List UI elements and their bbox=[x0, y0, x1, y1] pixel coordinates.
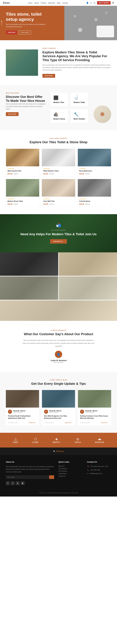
service-card-3[interactable]: 🔧 Work Toolkits bbox=[70, 109, 88, 123]
about-read-more-button[interactable]: READ MORE bbox=[42, 74, 55, 78]
globe-label: GLOBE bbox=[32, 442, 38, 443]
blog-date-0: 02 January 2022 bbox=[8, 422, 18, 424]
linkedin-button[interactable]: in bbox=[16, 481, 20, 485]
product-stars-5: ★★★★★ bbox=[79, 198, 110, 200]
testimonial-tag: Clients Feedback bbox=[6, 330, 111, 331]
gallery-item-2[interactable] bbox=[59, 252, 117, 276]
service-name-0: Modern Tiles bbox=[54, 102, 64, 104]
nav-home[interactable]: Home bbox=[28, 2, 32, 4]
nav-contact[interactable]: Contact bbox=[62, 2, 68, 4]
sumit-label: SUMIT bbox=[13, 442, 18, 443]
footer-link-0[interactable]: About Us bbox=[58, 465, 83, 467]
blog-read-more-1[interactable]: Read More → bbox=[65, 422, 73, 424]
footer-grid: About Us Sed ut perspiciatis unde omnis … bbox=[6, 461, 111, 485]
service-card-2[interactable]: 🪨 Modern Stone bbox=[50, 109, 68, 123]
services-layout: What We Offer Discover Our Best Offer To… bbox=[6, 92, 111, 123]
gallery-item-3[interactable] bbox=[0, 276, 58, 300]
brands-section: △ SUMIT ⬡ GLOBE ◈ IDENTITY ◎ CIRCLE ⛰ MO… bbox=[0, 433, 117, 448]
author-avatar-1: D bbox=[44, 410, 48, 414]
hero-buttons: SHOP NOW READ MORE bbox=[6, 30, 47, 34]
footer-link-1[interactable]: Our Services bbox=[58, 468, 83, 470]
nav-elements[interactable]: Elements bbox=[48, 2, 55, 4]
blog-author-1: D David Mc. Warren Web Developer bbox=[44, 410, 73, 414]
product-name-5: Colorful Stone bbox=[79, 200, 110, 202]
read-more-button[interactable]: READ MORE bbox=[19, 30, 31, 34]
product-price-3: $25.99 bbox=[8, 203, 12, 205]
logo[interactable]: Zixxo bbox=[3, 2, 10, 4]
services-grid: ⬛ Modern Tiles 🚽 Modern Toilet 🪨 Modern … bbox=[50, 92, 88, 123]
product-image-5 bbox=[78, 179, 111, 196]
nav-right: 👤 🛒 🔍 GET A QUOTE ☰ bbox=[86, 1, 114, 4]
facebook-button[interactable]: f bbox=[6, 481, 10, 485]
slide-dot-3[interactable] bbox=[1, 24, 2, 25]
blog-read-more-2[interactable]: Read More → bbox=[101, 422, 109, 424]
blog-card-0[interactable]: D David Mc. Warren Web Developer Practic… bbox=[6, 390, 39, 426]
blog-card-2[interactable]: D David Mc. Warren Web Developer Solving… bbox=[78, 390, 111, 426]
product-name-4: Grey Wall Tiles bbox=[43, 200, 74, 202]
slide-dot-1[interactable] bbox=[1, 21, 2, 22]
product-info-4: ★★★★★ Grey Wall Tiles $33.99 $43.99 bbox=[42, 196, 75, 207]
testimonial-avatar: 👤 bbox=[55, 351, 62, 358]
work-toolkits-icon: 🔧 bbox=[74, 112, 79, 117]
services-read-more-button[interactable]: READ MORE bbox=[6, 112, 18, 116]
product-orig-price-2: $35.99 bbox=[86, 173, 90, 175]
blog-date-2: 02 January 2022 bbox=[80, 422, 90, 424]
user-icon[interactable]: 👤 bbox=[86, 2, 89, 4]
product-info-2: ★★★★★ Roca Bathrooms $25.99 $35.99 bbox=[78, 166, 111, 176]
nav-icons: 👤 🛒 🔍 bbox=[86, 2, 96, 4]
circle-label: CIRCLE bbox=[74, 442, 81, 443]
product-card-4[interactable]: ★★★★★ Grey Wall Tiles $33.99 $43.99 bbox=[42, 179, 75, 207]
footer-link-4[interactable]: Contact Us bbox=[58, 475, 83, 477]
product-card-0[interactable]: ★★★★★ Wall Colorful Tiles $25.99 $35.99 bbox=[6, 149, 39, 176]
hero-image bbox=[64, 6, 117, 40]
cta-content: 📬 Get More Update Need Any Helps For Mod… bbox=[6, 223, 111, 244]
service-card-1[interactable]: 🚽 Modern Toilet bbox=[70, 92, 88, 106]
cart-icon[interactable]: 🛒 bbox=[90, 2, 92, 4]
author-info-0: David Mc. Warren Web Developer bbox=[13, 410, 26, 413]
product-image-3 bbox=[6, 179, 39, 196]
about-title: Explore Modern Tiles Stone & Toilet Serv… bbox=[42, 50, 111, 62]
slide-dot-2[interactable] bbox=[1, 23, 2, 24]
search-icon[interactable]: 🔍 bbox=[93, 2, 96, 4]
gallery-item-1[interactable] bbox=[0, 252, 58, 276]
twitter-button[interactable]: t bbox=[11, 481, 14, 485]
service-card-0[interactable]: ⬛ Modern Tiles bbox=[50, 92, 68, 106]
newsletter-input[interactable] bbox=[6, 475, 49, 479]
blog-read-more-0[interactable]: Read More → bbox=[29, 422, 37, 424]
footer-contact: Contact Us 📍 123 Street, New York, USA 📞… bbox=[87, 461, 111, 485]
product-price-0: $25.99 bbox=[8, 173, 12, 175]
product-card-1[interactable]: ★★★★★ White Modern Toilet $33.99 $43.99 bbox=[42, 149, 75, 176]
testimonial-role: Web Developer bbox=[6, 362, 111, 363]
blog-post-title-1: How Web Designers Can Help Restaurants M… bbox=[44, 415, 73, 420]
hero-description: Sed ut perspiciatis unde omnis iste natu… bbox=[6, 23, 47, 28]
footer-copyright: © 2022 Zixxo. All Rights Reserved. Desig… bbox=[6, 490, 111, 494]
footer-link-2[interactable]: Our Products bbox=[58, 470, 83, 472]
brand-mountain: ⛰ MOUNTAIN bbox=[95, 437, 104, 443]
product-card-2[interactable]: ★★★★★ Roca Bathrooms $25.99 $35.99 bbox=[78, 149, 111, 176]
modern-tiles-icon: ⬛ bbox=[54, 96, 58, 100]
gallery-item-4[interactable] bbox=[59, 276, 117, 300]
gallery-item-5[interactable] bbox=[0, 300, 117, 321]
blog-card-1[interactable]: D David Mc. Warren Web Developer How Web… bbox=[42, 390, 75, 426]
footer-logo[interactable]: ✦ Zixxo bbox=[53, 450, 64, 453]
nav-blog[interactable]: Blog bbox=[57, 2, 60, 4]
cta-title: Need Any Helps For Modern Tiles & Toilet… bbox=[6, 232, 111, 236]
product-card-3[interactable]: ★★★★★ Modern Room Toilet $25.99 $35.99 bbox=[6, 179, 39, 207]
footer-social: f t in ▶ bbox=[6, 481, 54, 485]
product-card-5[interactable]: ★★★★★ Colorful Stone $25.99 $35.99 bbox=[78, 179, 111, 207]
cta-button[interactable]: JOIN WITH US → bbox=[50, 239, 67, 244]
globe-icon: ⬡ bbox=[34, 437, 37, 441]
get-quote-button[interactable]: GET A QUOTE bbox=[97, 1, 110, 4]
footer-link-3[interactable]: Latest News bbox=[58, 473, 83, 474]
nav-about[interactable]: About bbox=[34, 2, 39, 4]
nav-product[interactable]: Product bbox=[41, 2, 46, 4]
testimonial-section: Clients Feedback What Our Customer Say's… bbox=[0, 321, 117, 372]
newsletter-submit-button[interactable]: → bbox=[49, 475, 54, 479]
phone-icon: 📞 bbox=[87, 469, 89, 471]
menu-icon[interactable]: ☰ bbox=[112, 2, 114, 4]
shop-now-button[interactable]: SHOP NOW bbox=[6, 30, 17, 34]
youtube-button[interactable]: ▶ bbox=[21, 481, 24, 485]
author-name-2: David Mc. Warren bbox=[85, 410, 98, 412]
about-section: About Company Explore Modern Tiles Stone… bbox=[0, 40, 117, 85]
about-image-placeholder bbox=[6, 50, 38, 76]
